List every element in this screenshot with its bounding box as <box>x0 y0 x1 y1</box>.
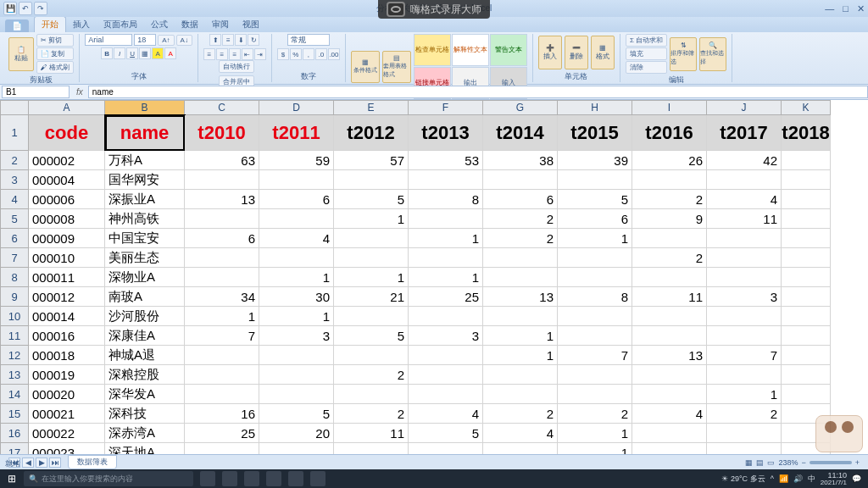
data-cell[interactable]: 5 <box>259 404 334 424</box>
name-box[interactable] <box>2 86 70 98</box>
data-cell[interactable] <box>409 385 483 404</box>
row-header[interactable]: 3 <box>0 170 29 190</box>
data-cell[interactable]: 5 <box>558 190 632 209</box>
dec-dec[interactable]: .00 <box>328 48 340 60</box>
data-cell[interactable]: 1 <box>558 424 632 443</box>
number-format[interactable]: 常规 <box>287 34 330 46</box>
data-cell[interactable] <box>707 443 782 454</box>
data-cell[interactable] <box>409 209 483 229</box>
data-cell[interactable]: 2 <box>483 404 558 424</box>
data-cell[interactable]: 000014 <box>29 307 105 326</box>
paste-button[interactable]: 📋粘贴 <box>8 37 34 71</box>
data-cell[interactable]: 7 <box>558 346 632 365</box>
header-cell[interactable]: t2011 <box>259 115 334 151</box>
data-cell[interactable]: 1 <box>334 268 409 287</box>
data-cell[interactable] <box>707 365 782 385</box>
data-cell[interactable]: 53 <box>409 151 483 170</box>
data-cell[interactable] <box>632 170 707 190</box>
cond-format[interactable]: ▦条件格式 <box>351 51 380 83</box>
ribbon-tab[interactable]: 插入 <box>66 17 97 32</box>
autosum[interactable]: Σ 自动求和 <box>626 34 667 47</box>
data-cell[interactable] <box>782 209 831 229</box>
fx-icon[interactable]: fx <box>71 87 88 97</box>
data-cell[interactable]: 4 <box>483 424 558 443</box>
data-cell[interactable] <box>185 209 259 229</box>
row-header[interactable]: 4 <box>0 190 29 209</box>
col-header[interactable]: J <box>707 100 782 115</box>
data-cell[interactable]: 38 <box>483 151 558 170</box>
data-cell[interactable] <box>334 229 409 248</box>
data-cell[interactable]: 深粮控股 <box>105 365 185 385</box>
cell-style[interactable]: 解释性文本 <box>452 34 489 66</box>
data-cell[interactable] <box>334 385 409 404</box>
sort-filter[interactable]: ⇅排序和筛选 <box>670 37 697 71</box>
row-header[interactable]: 12 <box>0 346 29 365</box>
data-cell[interactable] <box>185 385 259 404</box>
data-cell[interactable]: 1 <box>409 229 483 248</box>
data-cell[interactable]: 000020 <box>29 385 105 404</box>
data-cell[interactable]: 000004 <box>29 170 105 190</box>
data-cell[interactable] <box>409 365 483 385</box>
sheet-nav-next[interactable]: ▶ <box>36 458 47 468</box>
data-cell[interactable] <box>782 326 831 346</box>
data-cell[interactable]: 2 <box>632 248 707 268</box>
row-header[interactable]: 7 <box>0 248 29 268</box>
data-cell[interactable]: 5 <box>409 424 483 443</box>
sheet-nav-last[interactable]: ⏭ <box>49 458 61 468</box>
data-cell[interactable]: 2 <box>707 404 782 424</box>
align-top[interactable]: ⬆ <box>209 34 221 46</box>
qat-save-icon[interactable]: 💾 <box>3 2 17 15</box>
data-cell[interactable]: 000016 <box>29 326 105 346</box>
data-cell[interactable]: 4 <box>707 190 782 209</box>
format-cells[interactable]: ▦格式 <box>591 36 615 69</box>
table-format[interactable]: ▤套用表格格式 <box>382 51 411 83</box>
data-cell[interactable]: 59 <box>259 151 334 170</box>
data-cell[interactable] <box>259 346 334 365</box>
data-cell[interactable] <box>632 385 707 404</box>
row-header[interactable]: 5 <box>0 209 29 229</box>
data-cell[interactable]: 000006 <box>29 190 105 209</box>
row-header[interactable]: 10 <box>0 307 29 326</box>
task-icon[interactable] <box>288 471 303 486</box>
data-cell[interactable]: 国华网安 <box>105 170 185 190</box>
start-button[interactable]: ⊞ <box>0 469 24 488</box>
data-cell[interactable]: 3 <box>707 287 782 307</box>
close-button[interactable]: ✕ <box>857 3 865 14</box>
data-cell[interactable] <box>259 365 334 385</box>
data-cell[interactable]: 6 <box>483 190 558 209</box>
data-cell[interactable]: 21 <box>334 287 409 307</box>
data-cell[interactable]: 8 <box>409 190 483 209</box>
indent-dec[interactable]: ⇤ <box>242 48 253 60</box>
col-header[interactable]: B <box>105 100 185 115</box>
header-cell[interactable]: t2018 <box>782 115 831 151</box>
font-color-button[interactable]: A <box>164 47 176 59</box>
data-cell[interactable] <box>409 307 483 326</box>
tray-notif-icon[interactable]: 💬 <box>852 474 861 483</box>
data-cell[interactable]: 000011 <box>29 268 105 287</box>
data-cell[interactable]: 39 <box>558 151 632 170</box>
data-cell[interactable] <box>632 307 707 326</box>
ribbon-tab[interactable]: 开始 <box>34 16 66 32</box>
shrink-font[interactable]: A↓ <box>176 35 192 46</box>
zoom-out[interactable]: − <box>801 458 805 467</box>
data-cell[interactable] <box>483 307 558 326</box>
data-cell[interactable]: 神州高铁 <box>105 209 185 229</box>
align-bot[interactable]: ⬇ <box>235 34 247 46</box>
ribbon-tab[interactable]: 公式 <box>144 17 175 32</box>
zoom-slider[interactable] <box>810 461 852 464</box>
data-cell[interactable] <box>782 229 831 248</box>
data-cell[interactable]: 13 <box>632 346 707 365</box>
data-cell[interactable] <box>259 170 334 190</box>
data-cell[interactable] <box>632 424 707 443</box>
data-cell[interactable] <box>782 346 831 365</box>
data-cell[interactable] <box>259 248 334 268</box>
data-cell[interactable] <box>782 307 831 326</box>
wrap-text[interactable]: 自动换行 <box>219 60 254 73</box>
header-cell[interactable]: t2010 <box>185 115 259 151</box>
header-cell[interactable]: code <box>29 115 105 151</box>
italic-button[interactable]: I <box>114 47 125 59</box>
row-header[interactable]: 13 <box>0 365 29 385</box>
data-cell[interactable] <box>558 326 632 346</box>
data-cell[interactable] <box>334 307 409 326</box>
data-cell[interactable] <box>259 443 334 454</box>
